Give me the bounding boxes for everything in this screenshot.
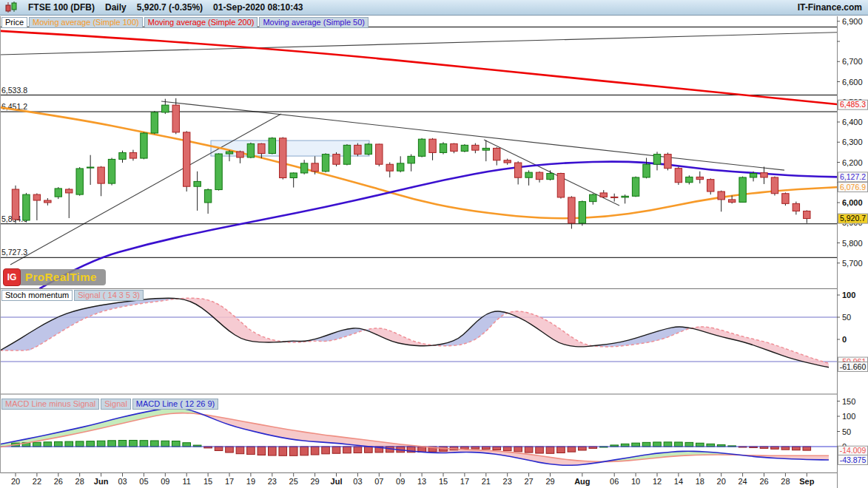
date-tick-label: 27	[524, 477, 533, 486]
macd-histogram-bar	[172, 441, 180, 447]
change-percent: (-0.35%)	[169, 2, 203, 13]
date-axis[interactable]: 20222628Jun03050911151719232529Jul030709…	[11, 473, 815, 486]
candle-up	[739, 177, 746, 203]
date-tick-label: 23	[268, 477, 277, 486]
date-tick-label: 13	[417, 477, 426, 486]
macd-histogram-bar	[707, 444, 715, 447]
macd-histogram-bar	[653, 442, 662, 447]
stoch-momentum-line[interactable]	[0, 298, 829, 367]
legend-chip[interactable]: Stoch momentum	[1, 290, 73, 301]
candle-up	[204, 190, 211, 203]
candle-up	[87, 167, 93, 168]
macd-histogram-bar	[236, 447, 244, 454]
macd-histogram-bar	[247, 447, 255, 455]
candle-up	[622, 196, 628, 197]
date-tick-label: 20	[11, 477, 20, 486]
candle-down	[494, 148, 500, 160]
candle-down	[44, 200, 51, 203]
candle-up	[23, 194, 30, 220]
candle-up	[653, 155, 660, 165]
macd-histogram-bar	[685, 442, 693, 447]
macd-histogram-bar	[258, 447, 266, 455]
date-tick-label: 19	[246, 477, 255, 486]
axis-value-label: -61.660	[840, 362, 867, 371]
candle-down	[237, 152, 243, 157]
macd-histogram-bar	[493, 447, 501, 450]
candle-down	[696, 177, 703, 179]
date-tick-label: 09	[396, 477, 405, 486]
indicator-fill	[525, 312, 536, 328]
date-tick-label: 06	[610, 477, 619, 486]
candle-down	[172, 105, 179, 132]
date-tick-label: 10	[631, 477, 640, 486]
macd-histogram-bar	[279, 447, 287, 455]
axis-tick-label: 6,000	[842, 198, 863, 207]
legend-chip[interactable]: Signal ( 14 3 5 3)	[74, 290, 144, 301]
candle-down	[675, 169, 682, 183]
level-label: 5,727.3	[1, 248, 27, 257]
candlestick-icon	[4, 1, 18, 13]
candle-down	[33, 194, 40, 200]
legend-chip[interactable]: Price	[1, 17, 27, 28]
macd-histogram-bar	[97, 441, 105, 447]
axis-tick-label: 0	[842, 335, 847, 344]
candle-down	[665, 155, 671, 169]
candle-down	[451, 143, 457, 151]
axis-tick-label: 100	[842, 291, 855, 299]
trend-line[interactable]	[0, 33, 837, 55]
date-tick-label: 26	[759, 477, 768, 486]
candle-up	[151, 112, 158, 133]
macd-histogram-bar	[118, 441, 127, 447]
macd-line[interactable]	[0, 408, 829, 466]
legend-chip[interactable]: MACD Line minus Signal	[1, 399, 99, 410]
candle-up	[397, 163, 404, 171]
indicator-fill	[207, 299, 218, 322]
macd-legend: MACD Line minus SignalSignalMACD Line ( …	[1, 399, 218, 410]
macd-histogram-bar	[300, 447, 309, 455]
candle-down	[718, 192, 724, 200]
legend-chip[interactable]: Moving average (Simple 100)	[29, 17, 143, 28]
axis-value-label: 5,920.7	[840, 214, 866, 223]
candle-up	[525, 172, 532, 177]
macd-histogram-bar	[161, 441, 169, 447]
candle-down	[707, 180, 714, 192]
chart-window: 6,871.46,533.86,451.25,894.65,727.36,900…	[0, 0, 868, 488]
legend-chip[interactable]: Signal	[101, 399, 131, 410]
candle-up	[162, 105, 169, 112]
date-tick-label: 21	[482, 477, 491, 486]
indicator-fill	[218, 304, 229, 331]
legend-chip[interactable]: Moving average (Simple 50)	[259, 17, 369, 28]
candle-down	[611, 197, 618, 197]
macd-histogram-bar	[44, 442, 52, 447]
macd-histogram-bar	[546, 447, 554, 453]
candle-down	[376, 144, 383, 164]
candle-up	[215, 154, 222, 190]
macd-histogram-bar	[525, 447, 533, 453]
moving-average-line[interactable]	[1, 107, 839, 218]
axis-tick-label: 100	[842, 412, 855, 421]
indicator-fill	[59, 311, 74, 333]
candle-up	[365, 144, 371, 155]
candle-down	[429, 139, 436, 152]
brand-label: IT-Finance.com	[798, 2, 868, 13]
candle-up	[55, 189, 61, 197]
stoch-legend: Stoch momentumSignal ( 14 3 5 3)	[1, 290, 144, 301]
macd-histogram-bar	[568, 447, 576, 452]
timeframe-label[interactable]: Daily	[105, 2, 127, 13]
date-tick-label: 18	[696, 477, 704, 486]
moving-average-line[interactable]	[1, 31, 839, 104]
price-panel: 6,871.46,533.86,451.25,894.65,727.3	[0, 18, 839, 288]
candle-up	[108, 159, 115, 183]
legend-chip[interactable]: MACD Line ( 12 26 9)	[132, 399, 218, 410]
candle-up	[482, 148, 489, 150]
legend-chip[interactable]: Moving average (Simple 200)	[144, 17, 258, 28]
candle-up	[76, 169, 83, 194]
macd-histogram-bar	[461, 447, 469, 449]
candle-down	[804, 211, 810, 218]
axis-tick-label: 50	[842, 427, 851, 436]
candle-up	[343, 145, 350, 164]
indicator-fill	[622, 338, 636, 346]
chart-canvas[interactable]: 6,871.46,533.86,451.25,894.65,727.36,900…	[0, 0, 868, 488]
date-tick-label: 25	[289, 477, 298, 486]
moving-average-line[interactable]	[40, 162, 838, 288]
